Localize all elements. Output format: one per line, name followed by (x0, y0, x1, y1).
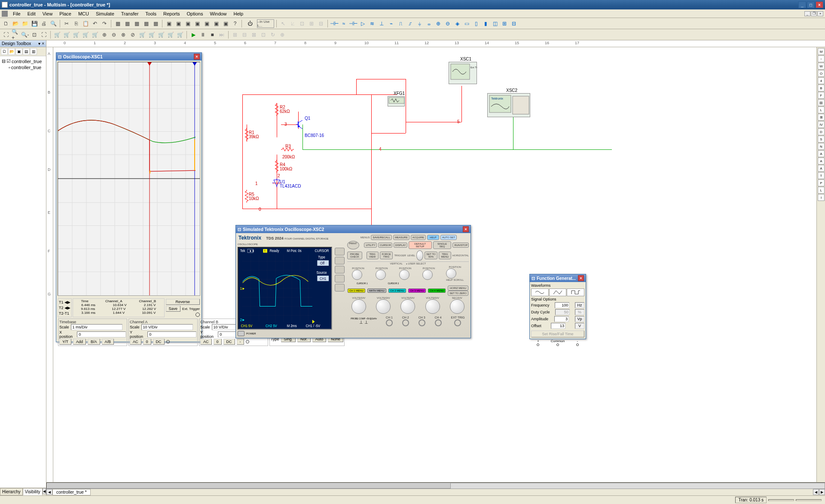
place-8[interactable]: ⎍ (396, 19, 405, 28)
tb-add[interactable]: Add (73, 339, 86, 345)
mdi-restore[interactable]: ❐ (811, 11, 817, 16)
comp-button-1[interactable]: ▣ (165, 19, 173, 28)
place-19[interactable]: ⊞ (500, 19, 509, 28)
inst-iv[interactable]: IV (818, 121, 825, 128)
inst-logic-conv[interactable]: L (818, 106, 825, 113)
wire[interactable] (281, 124, 298, 125)
wire[interactable] (242, 209, 371, 209)
fngen-off-unit[interactable]: V (575, 323, 584, 329)
zoom-in[interactable]: 🔍+ (11, 30, 20, 39)
chb-neg[interactable]: - (237, 339, 244, 345)
tek-soft-1[interactable] (335, 248, 345, 255)
inst-ag-osc[interactable]: A (818, 165, 825, 172)
function-generator-dialog[interactable]: ⊡ Function Generat... × Waveforms Signal… (529, 274, 586, 339)
fngen-term-common[interactable]: Common (551, 339, 565, 346)
fngen-sine[interactable] (531, 288, 549, 296)
wire[interactable] (242, 94, 243, 209)
menu-help[interactable]: Help (230, 10, 247, 17)
tab-hierarchy[interactable]: Hierarchy (0, 488, 23, 495)
comp-browser-8[interactable]: ⊗ (119, 30, 128, 39)
fngen-freq-unit[interactable]: Hz (575, 302, 584, 308)
comp-browser-11[interactable]: 🛒 (147, 30, 156, 39)
comp-browser-6[interactable]: ⊕ (100, 30, 109, 39)
tek-soft-2[interactable] (335, 257, 345, 264)
tek-pos-knob-3[interactable] (399, 270, 409, 280)
tek-print[interactable]: PRINT (347, 241, 359, 249)
inst-ag-fn[interactable]: A (818, 150, 825, 157)
inst-labview[interactable]: L (818, 187, 825, 194)
inst-spec[interactable]: S (818, 136, 825, 143)
comp-button-3[interactable]: ▣ (183, 19, 192, 28)
xsc1-close[interactable]: × (194, 54, 200, 60)
menu-edit[interactable]: Edit (24, 10, 39, 17)
tek-setzero[interactable]: SET TO ZERO (448, 291, 468, 296)
fngen-term-minus[interactable]: - (576, 339, 579, 346)
tek-runstop[interactable]: RUN/STOP (452, 243, 469, 248)
inst-dist[interactable]: D (818, 128, 825, 135)
fngen-close[interactable]: × (578, 275, 584, 281)
inst-4ch-scope[interactable]: 4 (818, 77, 825, 84)
tek-utility[interactable]: UTILITY (364, 243, 376, 248)
tek-probecheck[interactable]: PROBE CHECK (347, 252, 362, 259)
tek-horizmenu[interactable]: HORIZ MENU (448, 285, 468, 291)
tb-scale[interactable] (71, 324, 122, 330)
zoom-fit[interactable]: ⛶ (2, 30, 10, 39)
tb-xpos[interactable] (77, 331, 126, 337)
inst-freq[interactable]: F (818, 92, 825, 99)
place-3[interactable]: ⊣⊢ (349, 19, 358, 28)
print-button[interactable]: 🖨 (40, 19, 48, 28)
tek-sd-knob[interactable] (450, 299, 464, 314)
chb-ac[interactable]: AC (200, 339, 212, 345)
tek-cursor[interactable]: CURSOR (378, 243, 392, 248)
menu-view[interactable]: View (39, 10, 56, 17)
xsc1-titlebar[interactable]: ⊡ Oscilloscope-XSC1 × (56, 53, 202, 61)
undo-button[interactable]: ↶ (91, 19, 99, 28)
help-button[interactable]: ? (231, 19, 239, 28)
xsc1-save-button[interactable]: Save (166, 306, 181, 312)
fngen-term-plus[interactable]: + (537, 339, 539, 346)
tek-set50[interactable]: SET TO 50% (425, 252, 437, 259)
sidebar-btn-3[interactable]: ▣ (15, 48, 22, 55)
toggle-b-button[interactable]: ▦ (123, 19, 131, 28)
tek-pos-knob-h[interactable] (446, 268, 456, 279)
tek-help[interactable]: HELP (427, 235, 439, 240)
arrow-c[interactable]: ⊡ (298, 19, 306, 28)
tek-ch4-bnc[interactable] (435, 319, 442, 326)
fngen-amp-input[interactable] (554, 316, 569, 322)
instrument-xfg1[interactable] (388, 96, 405, 106)
place-6[interactable]: ⊥ (377, 19, 386, 28)
tek-autoset[interactable]: AUTO SET (440, 235, 457, 240)
cha-ac[interactable]: AC (130, 339, 141, 345)
tek-saverecall[interactable]: SAVE/RECALL (371, 235, 392, 240)
inst-funcgen[interactable]: ~ (818, 55, 825, 62)
place-9[interactable]: ⎎ (406, 19, 414, 28)
tek-ch2-bnc[interactable] (402, 319, 409, 326)
tek-vd-knob-3[interactable] (400, 299, 415, 314)
tab-scroll-left[interactable]: ◀ (46, 489, 52, 495)
instrument-xsc2[interactable]: Tektronix (487, 93, 530, 117)
tek-pos-knob-4[interactable] (422, 270, 433, 280)
fngen-off-input[interactable] (551, 323, 565, 329)
tek-ch2menu[interactable]: CH 2 MENU (388, 288, 406, 293)
minimize-button[interactable]: _ (798, 1, 806, 8)
comp-browser-9[interactable]: ⊘ (128, 30, 137, 39)
paste-button[interactable]: 📋 (81, 19, 90, 28)
tek-trigmenu[interactable]: TRIG MENU (439, 252, 451, 259)
new-button[interactable]: 🗋 (2, 19, 10, 28)
redo-button[interactable]: ↷ (100, 19, 109, 28)
comp-button-2[interactable]: ▣ (174, 19, 183, 28)
sim-a[interactable]: ⊞ (231, 30, 239, 39)
wire[interactable] (461, 86, 462, 122)
inst-logic-an[interactable]: ⊞ (818, 114, 825, 121)
tek-ch3menu[interactable]: CH 3 MENU (408, 288, 426, 293)
toggle-c-button[interactable]: ▦ (132, 19, 141, 28)
tek-trigview[interactable]: TRIG VIEW (367, 252, 379, 259)
menu-window[interactable]: Window (206, 10, 230, 17)
arrow-d[interactable]: ⊞ (307, 19, 316, 28)
inst-ag-mm[interactable]: A (818, 158, 825, 164)
maximize-button[interactable]: □ (807, 1, 815, 8)
sidebar-btn-2[interactable]: 📂 (8, 48, 15, 55)
place-18[interactable]: ◫ (491, 19, 499, 28)
tek-soft-4[interactable] (335, 275, 345, 282)
place-10[interactable]: ⏚ (415, 19, 424, 28)
